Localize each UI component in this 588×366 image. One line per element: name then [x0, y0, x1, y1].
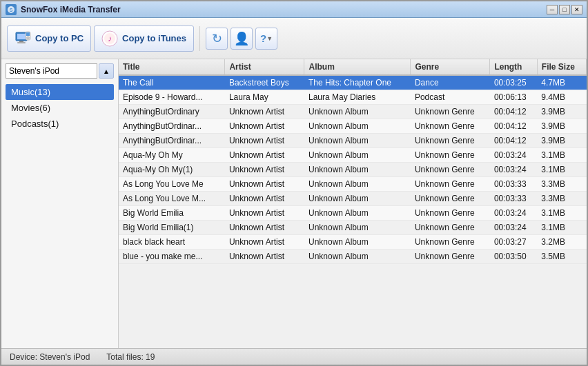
table-row[interactable]: AnythingButOrdinaryUnknown ArtistUnknown… — [119, 105, 587, 119]
up-icon: ▲ — [103, 68, 110, 75]
nav-list: Music(13)Movies(6)Podcasts(1) — [6, 84, 114, 132]
table-container[interactable]: TitleArtistAlbumGenreLengthFile Size The… — [119, 59, 587, 348]
cell-size: 3.9MB — [537, 134, 586, 148]
svg-rect-4 — [19, 41, 23, 42]
table-row[interactable]: AnythingButOrdinar...Unknown ArtistUnkno… — [119, 119, 587, 134]
copy-to-pc-button[interactable]: Copy to PC — [7, 26, 91, 52]
maximize-button[interactable]: □ — [559, 5, 570, 14]
table-row[interactable]: Aqua-My Oh MyUnknown ArtistUnknown Album… — [119, 148, 587, 163]
main-content: TitleArtistAlbumGenreLengthFile Size The… — [119, 59, 587, 348]
app-window: S SnowFox iMedia Transfer ─ □ ✕ — [0, 0, 588, 366]
svg-rect-3 — [17, 34, 26, 39]
cell-genre: Unknown Genre — [411, 221, 490, 235]
cell-size: 9.4MB — [537, 90, 586, 105]
cell-album: Unknown Album — [304, 134, 411, 148]
itunes-icon: ♪ — [101, 30, 118, 47]
cell-title: As Long You Love M... — [119, 192, 225, 206]
person-button[interactable]: 👤 — [231, 28, 253, 50]
table-header-cell: Title — [119, 59, 225, 75]
cell-length: 00:04:12 — [490, 105, 537, 119]
table-row[interactable]: Big World Emilia(1)Unknown ArtistUnknown… — [119, 221, 587, 235]
cell-title: AnythingButOrdinar... — [119, 134, 225, 148]
table-row[interactable]: The CallBackstreet BoysThe Hits: Chapter… — [119, 75, 587, 90]
cell-size: 3.5MB — [537, 250, 586, 264]
cell-title: blue - you make me... — [119, 250, 225, 264]
cell-album: Unknown Album — [304, 235, 411, 250]
cell-length: 00:03:50 — [490, 250, 537, 264]
cell-artist: Unknown Artist — [225, 206, 304, 221]
svg-text:♪: ♪ — [108, 34, 112, 43]
copy-to-itunes-button[interactable]: ♪ Copy to iTunes — [94, 26, 194, 52]
cell-genre: Unknown Genre — [411, 119, 490, 134]
up-button[interactable]: ▲ — [99, 63, 114, 79]
cell-album: Unknown Album — [304, 177, 411, 192]
cell-album: Unknown Album — [304, 206, 411, 221]
cell-artist: Unknown Artist — [225, 192, 304, 206]
table-header: TitleArtistAlbumGenreLengthFile Size — [119, 59, 587, 75]
table-row[interactable]: Aqua-My Oh My(1)Unknown ArtistUnknown Al… — [119, 163, 587, 177]
cell-genre: Unknown Genre — [411, 177, 490, 192]
table-row[interactable]: black black heartUnknown ArtistUnknown A… — [119, 235, 587, 250]
cell-size: 3.9MB — [537, 119, 586, 134]
refresh-button[interactable]: ↻ — [206, 28, 228, 50]
close-button[interactable]: ✕ — [571, 5, 582, 14]
cell-size: 3.9MB — [537, 105, 586, 119]
toolbar: Copy to PC ♪ Copy to iTunes ↻ 👤 ? ▼ — [1, 18, 587, 59]
table-row[interactable]: AnythingButOrdinar...Unknown ArtistUnkno… — [119, 134, 587, 148]
cell-genre: Unknown Genre — [411, 206, 490, 221]
table-row[interactable]: Big World EmiliaUnknown ArtistUnknown Al… — [119, 206, 587, 221]
app-icon: S — [6, 4, 17, 15]
person-icon: 👤 — [234, 31, 249, 46]
cell-artist: Unknown Artist — [225, 250, 304, 264]
table-row[interactable]: As Long You Love MeUnknown ArtistUnknown… — [119, 177, 587, 192]
cell-genre: Unknown Genre — [411, 134, 490, 148]
table-row[interactable]: blue - you make me...Unknown ArtistUnkno… — [119, 250, 587, 264]
table-row[interactable]: Episode 9 - Howard...Laura MayLaura May … — [119, 90, 587, 105]
cell-length: 00:03:24 — [490, 206, 537, 221]
total-files-status: Total files: 19 — [106, 352, 155, 362]
cell-title: black black heart — [119, 235, 225, 250]
sidebar: Steven's iPod ▲ Music(13)Movies(6)Podcas… — [1, 59, 119, 348]
cell-artist: Unknown Artist — [225, 105, 304, 119]
toolbar-separator — [199, 26, 200, 51]
sidebar-nav-item[interactable]: Movies(6) — [6, 100, 114, 116]
cell-length: 00:03:24 — [490, 163, 537, 177]
cell-length: 00:04:12 — [490, 119, 537, 134]
help-dropdown-icon: ▼ — [266, 35, 273, 42]
cell-title: AnythingButOrdinary — [119, 105, 225, 119]
table-header-cell: Artist — [225, 59, 304, 75]
title-bar-left: S SnowFox iMedia Transfer — [6, 4, 121, 15]
help-button[interactable]: ? ▼ — [255, 28, 277, 50]
sidebar-nav-item[interactable]: Music(13) — [6, 84, 114, 100]
cell-length: 00:04:12 — [490, 134, 537, 148]
device-dropdown[interactable]: Steven's iPod — [6, 63, 97, 79]
cell-album: Laura May Diaries — [304, 90, 411, 105]
cell-length: 00:03:24 — [490, 148, 537, 163]
cell-size: 3.1MB — [537, 221, 586, 235]
cell-artist: Unknown Artist — [225, 177, 304, 192]
cell-genre: Unknown Genre — [411, 192, 490, 206]
table-header-cell: File Size — [537, 59, 586, 75]
device-status: Device: Steven's iPod — [10, 352, 90, 362]
table-row[interactable]: As Long You Love M...Unknown ArtistUnkno… — [119, 192, 587, 206]
cell-title: As Long You Love Me — [119, 177, 225, 192]
cell-length: 00:06:13 — [490, 90, 537, 105]
cell-artist: Unknown Artist — [225, 163, 304, 177]
cell-album: The Hits: Chapter One — [304, 75, 411, 90]
table-header-cell: Album — [304, 59, 411, 75]
cell-album: Unknown Album — [304, 163, 411, 177]
cell-artist: Unknown Artist — [225, 119, 304, 134]
status-bar: Device: Steven's iPod Total files: 19 — [1, 348, 587, 365]
copy-to-itunes-label: Copy to iTunes — [122, 33, 186, 43]
minimize-button[interactable]: ─ — [547, 5, 558, 14]
svg-rect-7 — [26, 32, 30, 36]
cell-title: Big World Emilia(1) — [119, 221, 225, 235]
cell-title: The Call — [119, 75, 225, 90]
sidebar-nav-item[interactable]: Podcasts(1) — [6, 116, 114, 132]
cell-album: Unknown Album — [304, 119, 411, 134]
svg-point-8 — [27, 37, 30, 39]
cell-title: AnythingButOrdinar... — [119, 119, 225, 134]
cell-title: Aqua-My Oh My — [119, 148, 225, 163]
table-header-cell: Genre — [411, 59, 490, 75]
cell-size: 3.1MB — [537, 163, 586, 177]
